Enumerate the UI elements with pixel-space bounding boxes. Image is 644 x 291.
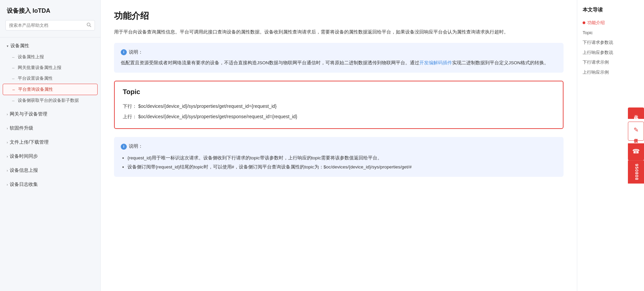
no-code-label: 无代码建站 — [633, 112, 639, 115]
svg-line-1 — [90, 26, 91, 27]
toc-item-downstream-params[interactable]: 下行请求参数说 — [583, 38, 639, 48]
nav-item-label: 设备属性上报 — [18, 54, 44, 60]
nav-item-label: 设备侧获取平台的设备影子数据 — [18, 97, 79, 103]
doc-feedback-label: 文档反馈 — [633, 135, 639, 136]
intro-paragraph: 用于平台向设备查询属性信息。平台可调用此接口查询设备的属性数据。设备收到属性查询… — [114, 28, 564, 36]
nav-item-label: 网关批量设备属性上报 — [18, 65, 61, 71]
search-box[interactable] — [5, 20, 95, 30]
toc-item-upstream-example[interactable]: 上行响应示例 — [583, 67, 639, 77]
toc-item-topic[interactable]: Topic — [583, 28, 639, 38]
no-code-button[interactable]: 无代码建站 — [628, 107, 644, 119]
info-icon-2: i — [121, 144, 127, 150]
nav-group-label: 设备时间同步 — [10, 153, 38, 159]
dash-icon: – — [12, 98, 14, 103]
search-icon — [87, 22, 91, 28]
toc-item-label: 功能介绍 — [587, 19, 605, 26]
phone-icon: ☎ — [632, 147, 640, 156]
nav-group-label: 文件上传/下载管理 — [10, 139, 49, 145]
toc-item-label: Topic — [583, 29, 593, 36]
edit-icon: ✎ — [634, 126, 639, 134]
chevron-right-icon: › — [7, 169, 8, 172]
toc-dot — [583, 21, 585, 24]
nav-item-label: 平台查询设备属性 — [18, 86, 53, 92]
note-header-label-2: 说明： — [129, 142, 143, 150]
note-header-2: i 说明： — [121, 142, 557, 150]
chevron-right-icon: › — [7, 141, 8, 144]
info-icon: i — [121, 49, 127, 55]
hotline-number[interactable]: 950808 — [628, 160, 644, 184]
search-input[interactable] — [9, 23, 84, 28]
nav-group-label: 设备信息上报 — [10, 167, 38, 173]
nav-group-label: 网关与子设备管理 — [10, 111, 47, 117]
nav-group-header-devinfo[interactable]: › 设备信息上报 — [0, 165, 100, 176]
topic-upstream: 上行： $oc/devices/{device_id}/sys/properti… — [123, 112, 555, 122]
nav-group-header-device-attributes[interactable]: ▾ 设备属性 — [0, 40, 100, 52]
chevron-down-icon: ▾ — [7, 44, 8, 48]
chevron-right-icon: › — [7, 113, 8, 116]
toc-item-intro[interactable]: 功能介绍 — [583, 18, 639, 28]
nav-group-header-devlog[interactable]: › 设备日志收集 — [0, 179, 100, 190]
nav-group-timesync: › 设备时间同步 — [0, 149, 100, 163]
toc-item-label: 下行请求示例 — [583, 59, 609, 66]
intro-text: 用于平台向设备查询属性信息。平台可调用此接口查询设备的属性数据。设备收到属性查询… — [114, 29, 508, 34]
toc-item-upstream-params[interactable]: 上行响应参数说 — [583, 48, 639, 58]
nav-group-header-gateway[interactable]: › 网关与子设备管理 — [0, 108, 100, 120]
dash-icon: – — [12, 87, 15, 92]
nav-group-label: 软固件升级 — [10, 125, 33, 131]
note2-bullets: {request_id}用于唯一标识这次请求。设备侧收到下行请求的topic带该… — [121, 153, 557, 171]
main-content: 功能介绍 用于平台向设备查询属性信息。平台可调用此接口查询设备的属性数据。设备收… — [101, 0, 577, 291]
chevron-right-icon: › — [7, 127, 8, 130]
topic-box: Topic 下行： $oc/devices/{device_id}/sys/pr… — [114, 81, 564, 129]
chevron-right-icon: › — [7, 183, 8, 187]
note-header-1: i 说明： — [121, 48, 557, 56]
page-title: 功能介绍 — [114, 10, 564, 22]
dash-icon: – — [12, 76, 14, 81]
nav-group-label: 设备日志收集 — [10, 181, 38, 188]
phone-button[interactable]: ☎ — [628, 143, 644, 160]
chevron-right-icon: › — [7, 155, 8, 158]
topic-downstream-label: 下行： — [123, 103, 137, 109]
dash-icon: – — [12, 55, 14, 60]
nav-item-device-shadow[interactable]: – 设备侧获取平台的设备影子数据 — [0, 95, 100, 106]
note2-bullet-1: {request_id}用于唯一标识这次请求。设备侧收到下行请求的topic带该… — [127, 153, 557, 162]
note2-bullet-2: 设备侧订阅带{request_id}结尾的topic时，可以使用#，设备侧订阅平… — [127, 162, 557, 171]
nav-item-platform-query-attr[interactable]: – 平台查询设备属性 — [3, 84, 98, 95]
nav-item-gateway-batch-report[interactable]: – 网关批量设备属性上报 — [0, 62, 100, 73]
note-header-label: 说明： — [129, 48, 143, 56]
doc-feedback-button[interactable]: ✎ 文档反馈 — [628, 122, 644, 141]
nav-group-devlog: › 设备日志收集 — [0, 177, 100, 192]
nav-group-device-attributes: ▾ 设备属性 – 设备属性上报 – 网关批量设备属性上报 – 平台设置设备属性 … — [0, 39, 100, 107]
note-content-1: 低配置且资源受限或者对网络流量有要求的设备，不适合直接构造JSON数据与物联网平… — [121, 59, 557, 67]
nav-item-device-attr-report[interactable]: – 设备属性上报 — [0, 52, 100, 62]
toc-item-label: 上行响应示例 — [583, 69, 609, 76]
toc-title: 本文导读 — [583, 7, 639, 13]
nav-group-header-file[interactable]: › 文件上传/下载管理 — [0, 137, 100, 148]
topic-upstream-value: $oc/devices/{device_id}/sys/properties/g… — [138, 114, 297, 119]
nav-group-header-firmware[interactable]: › 软固件升级 — [0, 123, 100, 134]
topic-box-title: Topic — [123, 88, 555, 96]
nav-group-file: › 文件上传/下载管理 — [0, 135, 100, 149]
nav-group-label: 设备属性 — [10, 43, 29, 49]
nav-group-header-timesync[interactable]: › 设备时间同步 — [0, 151, 100, 162]
topic-downstream: 下行： $oc/devices/{device_id}/sys/properti… — [123, 101, 555, 112]
nav-group-firmware: › 软固件升级 — [0, 121, 100, 135]
sidebar-title: 设备接入 IoTDA — [0, 0, 100, 20]
sidebar: 设备接入 IoTDA ▾ 设备属性 – 设备属性上报 – 网关批量设备属性上报 … — [0, 0, 101, 291]
dash-icon: – — [12, 65, 14, 70]
nav-group-devinfo: › 设备信息上报 — [0, 163, 100, 177]
note-box-2: i 说明： {request_id}用于唯一标识这次请求。设备侧收到下行请求的t… — [114, 137, 564, 176]
nav-item-label: 平台设置设备属性 — [18, 75, 53, 81]
topic-upstream-label: 上行： — [123, 114, 137, 119]
codec-plugin-link[interactable]: 开发编解码插件 — [419, 60, 452, 65]
toc-item-downstream-example[interactable]: 下行请求示例 — [583, 57, 639, 67]
toc-item-label: 上行响应参数说 — [583, 49, 613, 56]
toc-item-label: 下行请求参数说 — [583, 39, 613, 46]
nav-group-gateway: › 网关与子设备管理 — [0, 107, 100, 121]
note-box-1: i 说明： 低配置且资源受限或者对网络流量有要求的设备，不适合直接构造JSON数… — [114, 43, 564, 73]
nav-item-platform-set-attr[interactable]: – 平台设置设备属性 — [0, 73, 100, 84]
float-right-buttons: 无代码建站 ✎ 文档反馈 ☎ 950808 — [628, 107, 644, 184]
topic-downstream-value: $oc/devices/{device_id}/sys/properties/g… — [138, 103, 277, 109]
